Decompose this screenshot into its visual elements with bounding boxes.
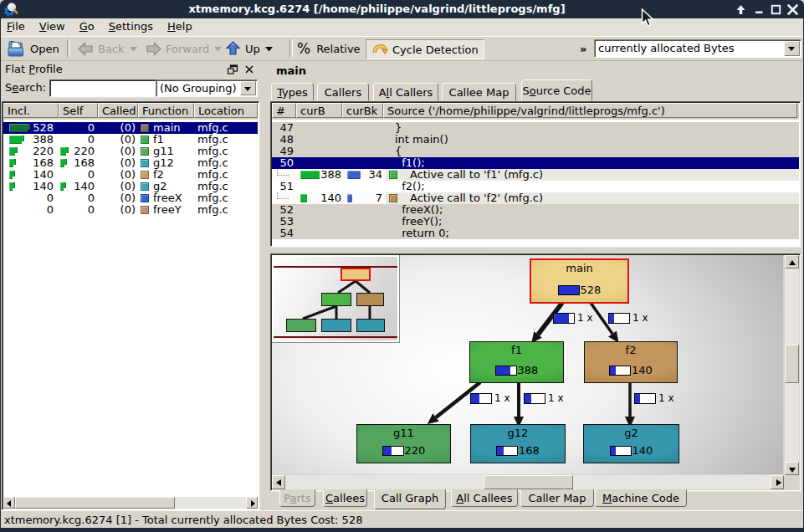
tab-callers[interactable]: Callers	[317, 83, 369, 101]
scroll-right-button[interactable]	[771, 475, 784, 489]
scroll-left-button[interactable]	[272, 475, 285, 489]
scroll-left-button[interactable]	[3, 497, 15, 509]
cost-bar	[9, 182, 15, 191]
menu-help[interactable]: Help	[162, 18, 197, 36]
relative-button[interactable]: % Relative	[297, 38, 361, 59]
toolbar-overflow-button[interactable]: »	[580, 38, 586, 59]
flat-profile-table: Incl.SelfCalledFunctionLocation 5280(0)m…	[2, 101, 259, 510]
source-line-49[interactable]: 49{	[272, 146, 799, 157]
vscroll-thumb[interactable]	[785, 345, 799, 383]
column-header-location[interactable]: Location	[194, 103, 258, 118]
column-header-called[interactable]: Called	[98, 103, 138, 118]
forward-dropdown-icon[interactable]	[213, 46, 223, 52]
column-header-incl[interactable]: Incl.	[3, 103, 59, 118]
shade-button[interactable]	[735, 3, 747, 16]
forward-button[interactable]: Forward	[145, 38, 223, 59]
column-header-self[interactable]: Self	[59, 103, 98, 118]
tab-caller-map[interactable]: Caller Map	[520, 489, 594, 507]
open-button[interactable]: Open	[7, 38, 59, 59]
toolbar-separator	[67, 39, 70, 57]
tab-machine-code[interactable]: Machine Code	[595, 489, 687, 507]
grouping-combobox[interactable]: (No Grouping)	[156, 79, 258, 97]
flat-profile-hscrollbar[interactable]	[3, 497, 258, 509]
menu-go[interactable]: Go	[74, 18, 100, 36]
hscroll-thumb[interactable]	[15, 497, 175, 509]
back-button[interactable]: Back	[77, 38, 138, 59]
up-button[interactable]: Up	[224, 38, 274, 59]
source-line-52[interactable]: 52 freeX();	[272, 204, 799, 216]
search-input[interactable]	[49, 79, 160, 97]
scroll-right-button[interactable]	[246, 497, 258, 509]
cycle-detection-button[interactable]: Cycle Detection	[366, 39, 484, 59]
menu-view[interactable]: View	[34, 18, 70, 36]
cycle-detection-label: Cycle Detection	[392, 43, 479, 56]
callgraph-hscrollbar[interactable]	[272, 475, 784, 489]
source-call-row[interactable]: Active call to 'f1' (mfg.c)38834	[272, 169, 799, 181]
column-header-curB[interactable]: curB	[296, 103, 342, 118]
menu-file[interactable]: File	[2, 18, 30, 36]
flat-profile-dock-titlebar[interactable]: Flat Profile	[3, 62, 260, 78]
graph-node-g12[interactable]: g12168	[470, 424, 566, 463]
function-color-swatch	[141, 206, 149, 214]
grouping-dropdown-icon[interactable]	[240, 81, 256, 95]
source-line-53[interactable]: 53 freeY();	[272, 216, 799, 228]
function-color-swatch	[141, 182, 149, 191]
hscroll-thumb[interactable]	[484, 475, 573, 489]
graph-node-f2[interactable]: f2140	[584, 341, 678, 383]
node-cost-bar	[609, 366, 631, 376]
callgraph-canvas[interactable]: main528f1388f2140g11220g12168g2140 1 x1 …	[272, 255, 783, 474]
tab-source-code[interactable]: Source Code	[521, 79, 592, 101]
scroll-down-button[interactable]	[785, 462, 799, 475]
scroll-up-button[interactable]	[785, 255, 799, 269]
source-line-54[interactable]: 54 return 0;	[272, 228, 799, 239]
event-type-combobox[interactable]: currently allocated Bytes	[594, 39, 801, 58]
graph-node-g11[interactable]: g11220	[356, 424, 451, 463]
flat-profile-row-f1[interactable]: 3880(0)f1mfg.c	[3, 134, 258, 146]
graph-node-g2[interactable]: g2140	[583, 424, 679, 463]
open-icon	[7, 40, 26, 58]
column-header-curBk[interactable]: curBk	[342, 103, 383, 118]
node-cost-bar	[382, 446, 404, 456]
percent-icon: %	[297, 40, 310, 57]
node-cost-bar	[495, 366, 517, 376]
flat-profile-row-g2[interactable]: 140140(0)g2mfg.c	[3, 181, 258, 192]
flat-profile-row-main[interactable]: 5280(0)mainmfg.c	[3, 122, 258, 134]
column-header-function[interactable]: Function	[138, 103, 194, 118]
tab-all-callers[interactable]: All Callers	[373, 83, 438, 101]
flat-profile-row-freeX[interactable]: 00(0)freeXmfg.c	[3, 192, 258, 204]
source-line-51[interactable]: 51 f2();	[272, 181, 799, 192]
flat-profile-row-g11[interactable]: 220220(0)g11mfg.c	[3, 146, 258, 157]
callgraph-overview[interactable]	[272, 255, 400, 343]
source-line-50[interactable]: 50 f1();	[272, 157, 799, 169]
close-button[interactable]	[786, 3, 799, 16]
flat-profile-row-f2[interactable]: 1400(0)f2mfg.c	[3, 169, 258, 181]
dock-close-icon[interactable]	[243, 64, 255, 75]
event-type-dropdown-icon[interactable]	[784, 41, 800, 56]
tab-callees[interactable]: Callees	[323, 489, 367, 507]
source-line-48[interactable]: 48int main()	[272, 134, 799, 146]
minimize-button[interactable]	[753, 3, 766, 16]
source-line-47[interactable]: 47}	[272, 122, 799, 134]
tab-all-callees[interactable]: All Callees	[451, 489, 518, 507]
title-bar[interactable]: xtmemory.kcg.6274 [/home/philippe/valgri…	[0, 0, 804, 18]
graph-node-main[interactable]: main528	[530, 258, 629, 304]
column-header-num[interactable]: #	[272, 103, 296, 118]
tab-types[interactable]: Types	[271, 83, 314, 101]
source-call-row[interactable]: Active call to 'f2' (mfg.c)1407	[272, 192, 799, 204]
flat-profile-row-g12[interactable]: 168168(0)g12mfg.c	[3, 157, 258, 169]
back-dropdown-icon[interactable]	[129, 46, 138, 52]
graph-node-f1[interactable]: f1388	[469, 341, 564, 383]
callgraph-vscrollbar[interactable]	[785, 255, 799, 475]
flat-profile-header-row: Incl.SelfCalledFunctionLocation	[3, 103, 258, 120]
cost-bar	[9, 159, 16, 167]
column-header-Source[interactable]: Source ('/home/philippe/valgrind/littlep…	[383, 103, 797, 118]
flat-profile-row-freeY[interactable]: 00(0)freeYmfg.c	[3, 204, 258, 216]
tab-call-graph[interactable]: Call Graph	[374, 489, 446, 509]
function-color-swatch	[141, 159, 149, 167]
dock-float-icon[interactable]	[227, 64, 238, 75]
node-cost-bar	[610, 446, 632, 456]
menu-settings[interactable]: Settings	[104, 18, 158, 36]
up-dropdown-icon[interactable]	[264, 46, 274, 52]
tab-callee-map[interactable]: Callee Map	[442, 83, 516, 101]
maximize-button[interactable]	[770, 3, 782, 16]
